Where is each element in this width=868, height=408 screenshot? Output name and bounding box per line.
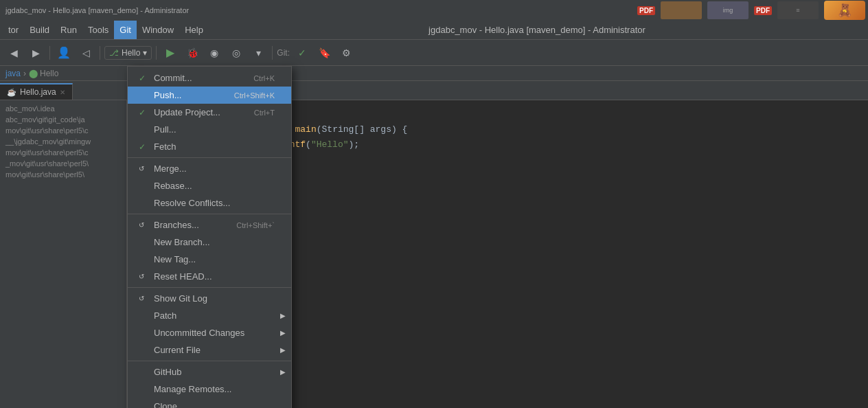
menu-entry-manage-remotes[interactable]: Manage Remotes...: [128, 381, 291, 398]
menu-label-uncommitted-changes: Uncommitted Changes: [154, 328, 244, 338]
menu-label-manage-remotes: Manage Remotes...: [154, 384, 231, 394]
menu-entry-commit[interactable]: ✓Commit...Ctrl+K: [128, 69, 291, 87]
menu-entry-resolve-conflicts[interactable]: Resolve Conflicts...: [128, 194, 291, 212]
menu-entry-pull[interactable]: Pull...: [128, 121, 291, 138]
separator-after-current-file: [128, 361, 291, 361]
menu-entry-new-branch[interactable]: New Branch...: [128, 234, 291, 251]
check-icon-update-project: ✓: [139, 108, 148, 117]
arrow-icon-uncommitted-changes: ▶: [280, 329, 286, 337]
shortcut-branches: Ctrl+Shift+`: [236, 221, 275, 229]
menu-label-push: Push...: [154, 90, 181, 100]
menu-label-current-file: Current File: [154, 345, 201, 355]
menu-label-pull: Pull...: [154, 124, 176, 135]
menu-label-new-tag: New Tag...: [154, 254, 196, 264]
separator-after-fetch: [128, 157, 291, 158]
shortcut-commit: Ctrl+K: [253, 74, 275, 82]
menu-label-fetch: Fetch: [154, 141, 176, 152]
arrow-icon-github: ▶: [280, 368, 286, 376]
menu-label-show-git-log: Show Git Log: [154, 293, 207, 304]
arrow-icon-patch: ▶: [280, 312, 286, 319]
menu-label-branches: Branches...: [154, 220, 199, 230]
menu-label-update-project: Update Project...: [154, 107, 220, 117]
menu-label-rebase: Rebase...: [154, 181, 192, 191]
separator-after-reset-head: [128, 287, 291, 288]
bullet-icon-reset-head: ↺: [139, 273, 148, 280]
separator-after-resolve-conflicts: [128, 214, 291, 214]
menu-label-clone: Clone...: [154, 401, 185, 408]
menu-label-resolve-conflicts: Resolve Conflicts...: [154, 198, 230, 208]
menu-label-commit: Commit...: [154, 73, 192, 83]
git-dropdown-menu: ✓Commit...Ctrl+KPush...Ctrl+Shift+K✓Upda…: [127, 66, 292, 408]
menu-entry-current-file[interactable]: Current File▶: [128, 341, 291, 359]
arrow-icon-current-file: ▶: [280, 346, 286, 354]
bullet-icon-show-git-log: ↺: [139, 295, 148, 302]
menu-label-github: GitHub: [154, 367, 181, 377]
menu-label-new-branch: New Branch...: [154, 237, 210, 247]
menu-label-reset-head: Reset HEAD...: [154, 271, 212, 282]
menu-entry-patch[interactable]: Patch▶: [128, 307, 291, 324]
menu-entry-github[interactable]: GitHub▶: [128, 363, 291, 381]
menu-entry-merge[interactable]: ↺Merge...: [128, 160, 291, 177]
menu-entry-clone[interactable]: Clone...: [128, 398, 291, 408]
shortcut-push: Ctrl+Shift+K: [234, 91, 275, 100]
check-icon-commit: ✓: [139, 73, 148, 83]
check-icon-fetch: ✓: [139, 142, 148, 152]
bullet-icon-merge: ↺: [139, 165, 148, 172]
menu-entry-fetch[interactable]: ✓Fetch: [128, 138, 291, 155]
menu-entry-new-tag[interactable]: New Tag...: [128, 251, 291, 268]
menu-label-patch: Patch: [154, 310, 176, 321]
menu-entry-push[interactable]: Push...Ctrl+Shift+K: [128, 87, 291, 104]
menu-entry-update-project[interactable]: ✓Update Project...Ctrl+T: [128, 104, 291, 121]
menu-entry-rebase[interactable]: Rebase...: [128, 177, 291, 194]
menu-entry-show-git-log[interactable]: ↺Show Git Log: [128, 290, 291, 307]
shortcut-update-project: Ctrl+T: [254, 109, 275, 117]
menu-entry-uncommitted-changes[interactable]: Uncommitted Changes▶: [128, 324, 291, 341]
bullet-icon-branches: ↺: [139, 221, 148, 229]
menu-entry-branches[interactable]: ↺Branches...Ctrl+Shift+`: [128, 216, 291, 234]
menu-entry-reset-head[interactable]: ↺Reset HEAD...: [128, 268, 291, 285]
dropdown-overlay: ✓Commit...Ctrl+KPush...Ctrl+Shift+K✓Upda…: [0, 0, 868, 408]
menu-label-merge: Merge...: [154, 163, 187, 174]
